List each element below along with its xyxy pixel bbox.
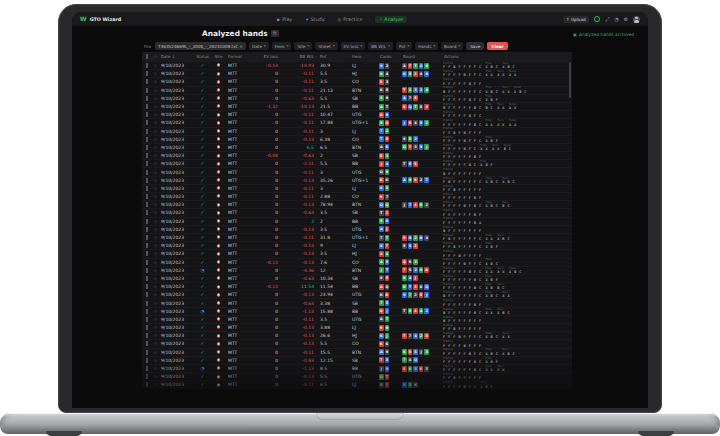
- row-checkbox[interactable]: [142, 104, 151, 109]
- table-row[interactable]: ☆9/10/2023✓♠MTT0-0.113.5CO53PreflopF F F…: [142, 77, 572, 85]
- table-row[interactable]: ☆9/10/2023✓♠MTT0-0.113LJ65PreflopF F B F…: [142, 184, 572, 192]
- table-row[interactable]: ☆9/10/2023✓♠MTT0-0.133.5UTGAJPreflopB F …: [142, 225, 572, 233]
- row-checkbox[interactable]: [142, 96, 151, 101]
- header-select-checkbox[interactable]: [142, 54, 151, 59]
- row-star-icon[interactable]: ☆: [151, 301, 160, 306]
- table-row[interactable]: ☆9/10/2023✓♠MTT0-0.633.38SB75PreflopF F …: [142, 298, 572, 306]
- table-row[interactable]: ☆9/10/2023✓♠MTT0-0.1110.47UTGA9PreflopF …: [142, 110, 572, 118]
- row-star-icon[interactable]: ☆: [151, 276, 160, 281]
- row-star-icon[interactable]: ☆: [151, 309, 160, 314]
- row-star-icon[interactable]: ☆: [151, 284, 160, 289]
- table-row[interactable]: ☆9/10/2023✓♠MTT0-0.1323.94UTGKK9725JPref…: [142, 290, 572, 298]
- row-checkbox[interactable]: [142, 325, 151, 330]
- row-star-icon[interactable]: ☆: [151, 186, 160, 191]
- row-star-icon[interactable]: ☆: [151, 333, 160, 338]
- column-header-pot[interactable]: Pot: [319, 54, 351, 59]
- row-star-icon[interactable]: ☆: [151, 268, 160, 273]
- row-checkbox[interactable]: [142, 63, 151, 68]
- row-star-icon[interactable]: ☆: [151, 137, 160, 142]
- row-checkbox[interactable]: [142, 120, 151, 125]
- column-header-site[interactable]: Site: [210, 54, 227, 59]
- row-star-icon[interactable]: ☆: [151, 358, 160, 363]
- row-star-icon[interactable]: ☆: [151, 79, 160, 84]
- table-row[interactable]: ☆9/10/2023✓♠MTT0-0.113.5UTGATPreflopB F …: [142, 315, 572, 323]
- table-row[interactable]: ☆9/10/2023✓♠MTT0-0.1378.94BTNQQJ7482Pref…: [142, 200, 572, 208]
- row-star-icon[interactable]: ☆: [151, 341, 160, 346]
- filter-dropdown-hands[interactable]: Hands▾: [415, 42, 438, 50]
- row-star-icon[interactable]: ☆: [151, 178, 160, 183]
- row-checkbox[interactable]: [142, 268, 151, 273]
- table-row[interactable]: ☆9/10/2023✓♠MTT0-0.635.5SB59A78PreflopF …: [142, 94, 572, 102]
- row-checkbox[interactable]: [142, 333, 151, 338]
- row-checkbox[interactable]: [142, 88, 151, 93]
- column-header-actions[interactable]: Actions: [443, 54, 572, 59]
- row-checkbox[interactable]: [142, 317, 151, 322]
- row-checkbox[interactable]: [142, 301, 151, 306]
- table-row[interactable]: ☆9/10/2023✓♠MTT-1.32-10.1321.5BBATKQT83P…: [142, 102, 572, 110]
- clear-filter-button[interactable]: Clear: [487, 42, 507, 50]
- row-checkbox[interactable]: [142, 219, 151, 224]
- row-checkbox[interactable]: [142, 112, 151, 117]
- row-checkbox[interactable]: [142, 145, 151, 150]
- row-star-icon[interactable]: ☆: [151, 366, 160, 371]
- row-checkbox[interactable]: [142, 137, 151, 142]
- table-row[interactable]: ☆9/10/2023✓♠MTT0-0.1326.6HJKJT7428Preflo…: [142, 331, 572, 339]
- row-star-icon[interactable]: ☆: [151, 227, 160, 232]
- row-checkbox[interactable]: [142, 260, 151, 265]
- table-row[interactable]: ☆9/10/2023◔♠MTT0-4.3612BTNJT7529APreflop…: [142, 266, 572, 274]
- save-filter-button[interactable]: Save: [466, 42, 484, 50]
- table-row[interactable]: ☆9/10/2023✓♠MTT-0.1311.5411.54BBAQKT36QP…: [142, 282, 572, 290]
- row-checkbox[interactable]: [142, 284, 151, 289]
- row-star-icon[interactable]: ☆: [151, 194, 160, 199]
- table-row[interactable]: ☆9/10/2023✓♠MTT0-0.115.5HJ94K8246Preflop…: [142, 69, 572, 77]
- filter-dropdown-hero[interactable]: Hero▾: [272, 42, 292, 50]
- column-header-date[interactable]: Date ↓: [160, 54, 195, 59]
- table-row[interactable]: ☆9/10/2023✓♠MTT0-0.6310.34SB9864JPreflop…: [142, 274, 572, 282]
- archive-box-icon[interactable]: ▤: [271, 30, 279, 37]
- row-checkbox[interactable]: [142, 309, 151, 314]
- row-star-icon[interactable]: ☆: [151, 292, 160, 297]
- filter-dropdown-pot[interactable]: Pot▾: [396, 42, 412, 50]
- row-star-icon[interactable]: ☆: [151, 161, 160, 166]
- column-header-status[interactable]: Status: [195, 54, 210, 59]
- row-checkbox[interactable]: [142, 350, 151, 355]
- table-row[interactable]: ☆9/10/2023✓♠MTT-0.08-0.632SB83PreflopF F…: [142, 151, 572, 159]
- filter-dropdown-site[interactable]: Site▾: [294, 42, 312, 50]
- row-star-icon[interactable]: ☆: [151, 235, 160, 240]
- table-row[interactable]: ☆9/10/2023✓♠MTT0-0.1117.84UTG+1KQJ6482Pr…: [142, 118, 572, 126]
- table-row[interactable]: ☆9/10/2023✓♠MTT0-0.1131.8UTG+1TT962K4Pre…: [142, 233, 572, 241]
- row-checkbox[interactable]: [142, 161, 151, 166]
- row-star-icon[interactable]: ☆: [151, 96, 160, 101]
- row-star-icon[interactable]: ☆: [151, 202, 160, 207]
- nav-item-play[interactable]: ▶Play: [277, 17, 292, 22]
- table-row[interactable]: ☆9/10/2023✓♠MTT0-0.136.38COT9952PreflopF…: [142, 135, 572, 143]
- file-filter-chip[interactable]: T363524669L_-_300$_-_20231009.txt ×: [155, 42, 246, 50]
- row-star-icon[interactable]: ☆: [151, 153, 160, 158]
- row-checkbox[interactable]: [142, 79, 151, 84]
- row-star-icon[interactable]: ☆: [151, 120, 160, 125]
- table-row[interactable]: ☆9/10/2023✓♠MTT0-0.133.5HJ44PreflopF F F…: [142, 249, 572, 257]
- credits-ring-icon[interactable]: [594, 16, 601, 23]
- history-clock-icon[interactable]: ◔: [614, 16, 618, 23]
- upload-button[interactable]: ↑ Upload: [563, 16, 589, 23]
- row-star-icon[interactable]: ☆: [151, 129, 160, 134]
- vertical-scrollbar[interactable]: [569, 62, 571, 98]
- row-checkbox[interactable]: [142, 210, 151, 215]
- table-row[interactable]: ☆9/10/2023✓♠MTT0-0.139LJKT852PreflopF F …: [142, 241, 572, 249]
- table-row[interactable]: ☆9/10/2023✓♠MTT0-0.1121.13BTN68T2324Pref…: [142, 86, 572, 94]
- row-checkbox[interactable]: [142, 366, 151, 371]
- table-row[interactable]: ☆9/10/2023✓♠MTT0-0.113UTGQ9PreflopB F F …: [142, 167, 572, 175]
- row-checkbox[interactable]: [142, 153, 151, 158]
- filter-dropdown-street[interactable]: Street▾: [315, 42, 337, 50]
- row-checkbox[interactable]: [142, 202, 151, 207]
- filter-dropdown-board[interactable]: Board▾: [441, 42, 463, 50]
- archived-hands-link[interactable]: ▣ Analyzed hands archived: [573, 32, 634, 37]
- row-checkbox[interactable]: [142, 292, 151, 297]
- column-header-bb-w-l[interactable]: BB W/L: [283, 54, 319, 59]
- row-checkbox[interactable]: [142, 129, 151, 134]
- filter-dropdown-ev-loss[interactable]: EV loss▾: [341, 42, 366, 50]
- table-row[interactable]: ☆9/10/2023✓♠MTT0-0.1335.26UTG+1KKA962TPr…: [142, 176, 572, 184]
- column-header-cards[interactable]: Cards: [379, 54, 402, 59]
- table-row[interactable]: ☆9/10/2023✓♠MTT0-0.1115.5BTNA9K85J3Prefl…: [142, 348, 572, 356]
- row-checkbox[interactable]: [142, 374, 151, 379]
